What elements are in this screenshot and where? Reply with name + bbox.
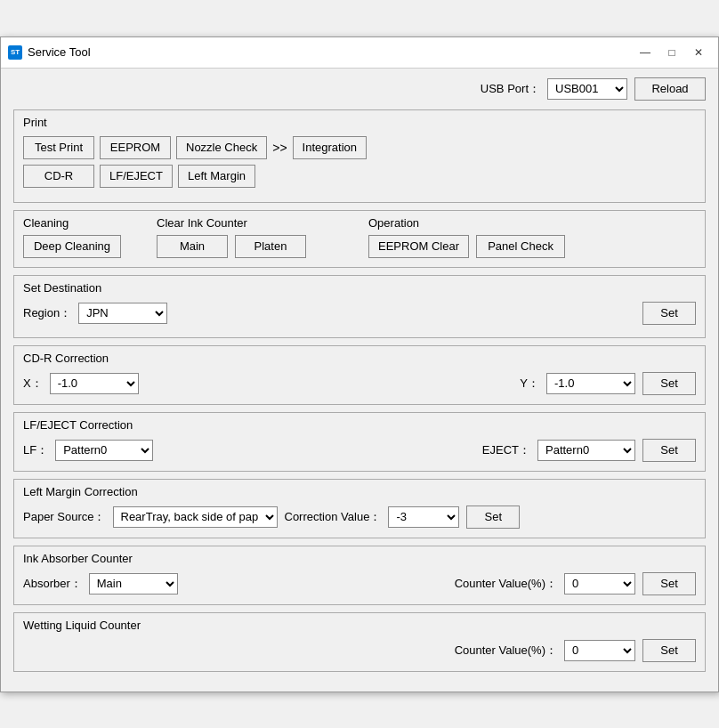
wetting-counter-value-label: Counter Value(%)：	[455, 643, 557, 659]
left-margin-button[interactable]: Left Margin	[178, 165, 255, 188]
ink-absorber-section: Ink Absorber Counter Absorber： Main Coun…	[13, 546, 706, 605]
print-row1: Test Print EEPROM Nozzle Check >> Integr…	[23, 136, 696, 159]
minimize-button[interactable]: —	[633, 43, 658, 62]
set-destination-section: Set Destination Region： JPN Set	[13, 275, 706, 338]
correction-value-label: Correction Value：	[285, 509, 382, 525]
ink-counter-value-label: Counter Value(%)：	[455, 576, 557, 592]
deep-cleaning-button[interactable]: Deep Cleaning	[23, 235, 121, 258]
set-destination-title: Set Destination	[23, 281, 696, 295]
wetting-liquid-section: Wetting Liquid Counter Counter Value(%)：…	[13, 612, 706, 672]
x-label: X：	[23, 376, 43, 392]
wetting-counter-value-select[interactable]: 0	[564, 640, 635, 661]
x-value-select[interactable]: -1.0	[50, 373, 139, 394]
app-icon: ST	[8, 45, 22, 60]
lf-eject-set-button[interactable]: Set	[642, 439, 696, 462]
operation-title: Operation	[368, 216, 565, 230]
clear-ink-title: Clear Ink Counter	[157, 216, 306, 230]
platen-button[interactable]: Platen	[235, 235, 306, 258]
left-margin-section: Left Margin Correction Paper Source： Rea…	[13, 479, 706, 538]
absorber-select[interactable]: Main	[89, 573, 178, 595]
window-controls: — □ ✕	[633, 43, 711, 62]
lf-eject-section: LF/EJECT Correction LF： Pattern0 EJECT： …	[13, 412, 706, 472]
cleaning-section: Cleaning Deep Cleaning Clear Ink Counter…	[13, 210, 706, 268]
title-bar: ST Service Tool — □ ✕	[1, 37, 718, 69]
nozzle-check-button[interactable]: Nozzle Check	[176, 136, 267, 159]
wetting-liquid-title: Wetting Liquid Counter	[23, 619, 696, 632]
print-section-title: Print	[23, 116, 696, 129]
correction-value-select[interactable]: -3	[388, 506, 459, 528]
top-bar: USB Port： USB001 Reload	[13, 77, 706, 101]
integration-button[interactable]: Integration	[293, 136, 367, 159]
lf-eject-row: LF： Pattern0 EJECT： Pattern0 Set	[23, 439, 696, 462]
paper-source-select[interactable]: RearTray, back side of pap	[113, 506, 278, 528]
left-margin-row: Paper Source： RearTray, back side of pap…	[23, 506, 696, 529]
eject-label: EJECT：	[482, 442, 530, 458]
clear-ink-block: Clear Ink Counter Main Platen	[157, 216, 306, 258]
wetting-liquid-row: Counter Value(%)： 0 Set	[23, 639, 696, 662]
test-print-button[interactable]: Test Print	[23, 136, 94, 159]
cdr-correction-title: CD-R Correction	[23, 352, 696, 365]
cdr-correction-section: CD-R Correction X： -1.0 Y： -1.0 Set	[13, 345, 706, 405]
lf-eject-button[interactable]: LF/EJECT	[100, 165, 173, 188]
window-title: Service Tool	[28, 45, 633, 59]
absorber-label: Absorber：	[23, 576, 82, 592]
left-margin-set-button[interactable]: Set	[466, 506, 520, 529]
main-window: ST Service Tool — □ ✕ USB Port： USB001 R…	[0, 36, 719, 692]
ink-absorber-row: Absorber： Main Counter Value(%)： 0 Set	[23, 572, 696, 595]
cdr-button[interactable]: CD-R	[23, 165, 94, 188]
eeprom-button[interactable]: EEPROM	[100, 136, 171, 159]
destination-set-button[interactable]: Set	[642, 302, 696, 325]
y-value-select[interactable]: -1.0	[546, 373, 635, 394]
arrow-icon: >>	[272, 141, 287, 155]
print-section: Print Test Print EEPROM Nozzle Check >> …	[13, 109, 706, 203]
lf-eject-title: LF/EJECT Correction	[23, 418, 696, 432]
operation-block: Operation EEPROM Clear Panel Check	[368, 216, 565, 258]
cdr-correction-row: X： -1.0 Y： -1.0 Set	[23, 372, 696, 395]
destination-row: Region： JPN Set	[23, 302, 696, 325]
close-button[interactable]: ✕	[686, 43, 711, 62]
cdr-set-button[interactable]: Set	[642, 372, 696, 395]
usb-port-label: USB Port：	[481, 81, 540, 97]
ink-absorber-set-button[interactable]: Set	[642, 572, 696, 595]
lf-label: LF：	[23, 442, 48, 458]
usb-port-select[interactable]: USB001	[547, 78, 627, 100]
cleaning-title: Cleaning	[23, 216, 121, 230]
eject-value-select[interactable]: Pattern0	[537, 440, 635, 461]
print-row2: CD-R LF/EJECT Left Margin	[23, 165, 696, 188]
left-margin-title: Left Margin Correction	[23, 485, 696, 498]
panel-check-button[interactable]: Panel Check	[476, 235, 565, 258]
cleaning-block: Cleaning Deep Cleaning	[23, 216, 121, 258]
lf-value-select[interactable]: Pattern0	[55, 440, 153, 461]
main-button[interactable]: Main	[157, 235, 228, 258]
ink-counter-value-select[interactable]: 0	[564, 573, 635, 595]
maximize-button[interactable]: □	[659, 43, 684, 62]
wetting-set-button[interactable]: Set	[642, 639, 696, 662]
reload-button[interactable]: Reload	[634, 77, 706, 101]
paper-source-label: Paper Source：	[23, 509, 106, 525]
content-area: USB Port： USB001 Reload Print Test Print…	[1, 69, 718, 692]
region-select[interactable]: JPN	[78, 303, 167, 324]
ink-absorber-title: Ink Absorber Counter	[23, 552, 696, 565]
eeprom-clear-button[interactable]: EEPROM Clear	[368, 235, 469, 258]
y-label: Y：	[520, 376, 539, 392]
region-label: Region：	[23, 305, 71, 321]
